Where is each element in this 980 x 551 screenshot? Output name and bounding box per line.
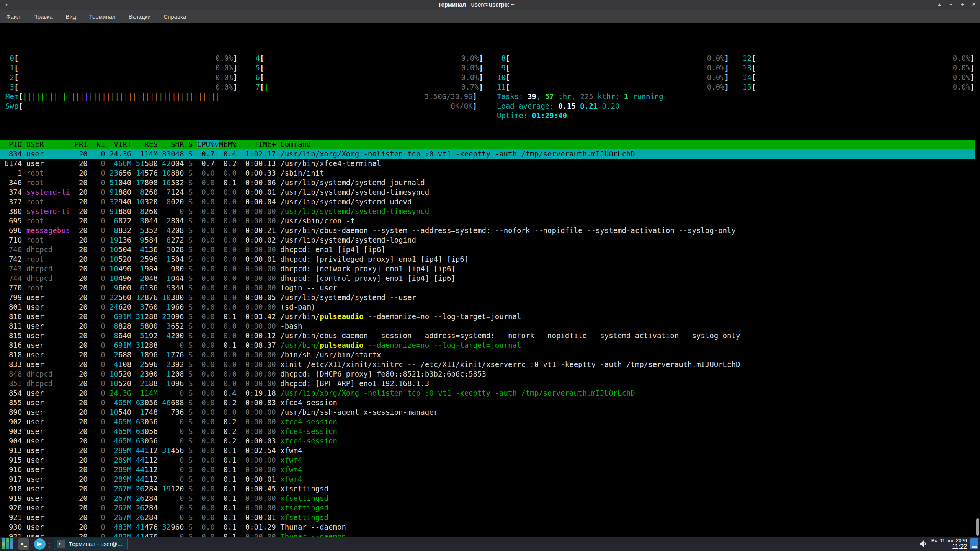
process-row-904[interactable]: 904 user 20 0 465M 63056 0 S 0.0 0.2 0:0…	[0, 436, 980, 446]
column-header-s[interactable]: S	[188, 140, 197, 148]
process-row-380[interactable]: 380 systemd-ti 20 0 91880 8260 0 S 0.0 0…	[0, 207, 980, 216]
process-row-1[interactable]: 1 root 20 0 23656 14576 10880 S 0.0 0.0 …	[0, 168, 980, 178]
process-row-917[interactable]: 917 user 20 0 289M 44112 0 S 0.0 0.1 0:0…	[0, 474, 980, 484]
terminal-launcher-icon[interactable]: >_	[18, 538, 29, 550]
applications-menu-icon[interactable]	[2, 538, 13, 550]
menu-item-4[interactable]: Терминал	[89, 13, 116, 20]
process-row-346[interactable]: 346 root 20 0 51040 17808 16532 S 0.0 0.…	[0, 178, 980, 187]
terminal-viewport[interactable]: 0[0.0%] 4[0.0%] 8[0.0%]12[0.0%] 1[0.0%] …	[0, 23, 980, 537]
menu-item-5[interactable]: Вкладки	[129, 13, 151, 20]
process-row-854[interactable]: 854 user 20 0 24.3G 114M 0 S 0.0 0.4 0:1…	[0, 388, 980, 398]
text-segment: 532	[171, 178, 184, 187]
telegram-icon[interactable]	[34, 538, 46, 550]
text-segment	[22, 379, 26, 388]
process-row-890[interactable]: 890 user 20 0 10540 1748 736 S 0.0 0.0 0…	[0, 408, 980, 417]
process-row-770[interactable]: 770 root 20 0 9600 6136 5344 S 0.0 0.0 0…	[0, 283, 980, 293]
process-row-834[interactable]: 834 user 20 0 24.3G 114M 83048 S 0.7 0.4…	[0, 149, 980, 159]
process-row-920[interactable]: 920 user 20 0 267M 26284 0 S 0.0 0.1 0:0…	[0, 503, 980, 513]
column-header-command[interactable]: Command	[280, 140, 311, 148]
process-row-918[interactable]: 918 user 20 0 267M 26284 19120 S 0.0 0.1…	[0, 484, 980, 494]
process-row-740[interactable]: 740 dhcpcd 20 0 10504 4136 3028 S 0.0 0.…	[0, 245, 980, 254]
pid-cell: 380	[0, 207, 22, 215]
mem-cell: 0.0	[215, 350, 237, 359]
pid-cell: 810	[0, 312, 22, 321]
user-cell: dhcpcd	[26, 370, 70, 378]
pri-cell: 20	[70, 159, 88, 168]
process-row-921[interactable]: 921 user 20 0 267M 26284 0 S 0.0 0.1 0:0…	[0, 513, 980, 522]
column-header-cpu-sorted[interactable]: CPU%▽	[197, 140, 219, 148]
state-cell: S	[184, 417, 193, 426]
process-row-815[interactable]: 815 user 20 0 8640 5192 4200 S 0.0 0.0 0…	[0, 331, 980, 341]
bracket: [	[751, 63, 756, 73]
process-row-695[interactable]: 695 root 20 0 6872 3044 2804 S 0.0 0.0 0…	[0, 216, 980, 226]
process-row-818[interactable]: 818 user 20 0 2688 1896 1776 S 0.0 0.0 0…	[0, 350, 980, 360]
cpu-bar	[510, 73, 707, 82]
process-row-833[interactable]: 833 user 20 0 4108 2596 2392 S 0.0 0.0 0…	[0, 360, 980, 369]
menu-item-3[interactable]: Вид	[66, 13, 76, 20]
command-cell: --daemonize=no --log-target=journal	[364, 341, 521, 349]
column-header-ni[interactable]: NI	[92, 140, 109, 148]
process-row-919[interactable]: 919 user 20 0 267M 26284 0 S 0.0 0.1 0:0…	[0, 494, 980, 503]
mem-cell: 0.1	[215, 456, 237, 464]
process-row-851[interactable]: 851 dhcpcd 20 0 10520 2188 1096 S 0.0 0.…	[0, 379, 980, 388]
command-cell: /usr/lib/systemd/systemd --user	[280, 293, 416, 302]
task-button-terminal[interactable]: >_ Терминал - user@...	[54, 538, 128, 550]
pid-cell: 743	[0, 264, 22, 273]
column-header-pid[interactable]: PID	[0, 140, 26, 148]
process-row-810[interactable]: 810 user 20 0 691M 31288 23096 S 0.0 0.1…	[0, 312, 980, 321]
process-row-855[interactable]: 855 user 20 0 465M 63056 46688 S 0.0 0.2…	[0, 398, 980, 408]
pri-cell: 20	[70, 408, 88, 416]
scrollbar-thumb[interactable]	[976, 518, 979, 536]
process-row-374[interactable]: 374 systemd-ti 20 0 91880 8260 7124 S 0.…	[0, 187, 980, 197]
process-row-696[interactable]: 696 messagebus 20 0 8832 5352 4208 S 0.0…	[0, 226, 980, 235]
text-segment	[22, 456, 26, 464]
process-row-913[interactable]: 913 user 20 0 289M 44112 31456 S 0.0 0.1…	[0, 446, 980, 455]
process-row-816[interactable]: 816 user 20 0 691M 31288 0 S 0.0 0.1 0:0…	[0, 341, 980, 350]
text-segment: 620	[118, 303, 131, 311]
pri-cell: 20	[70, 226, 88, 235]
column-header-pri[interactable]: PRI	[74, 140, 92, 148]
scrollbar[interactable]	[975, 23, 980, 537]
process-row-930[interactable]: 930 user 20 0 483M 41476 32960 S 0.0 0.1…	[0, 522, 980, 532]
tray-display-icon[interactable]	[970, 538, 978, 549]
volume-icon[interactable]	[918, 539, 928, 549]
process-row-902[interactable]: 902 user 20 0 465M 63056 0 S 0.0 0.2 0:0…	[0, 417, 980, 427]
process-row-801[interactable]: 801 user 20 0 24620 3760 1960 S 0.0 0.0 …	[0, 302, 980, 312]
process-row-377[interactable]: 377 root 20 0 32940 10320 8020 S 0.0 0.0…	[0, 197, 980, 207]
process-row-916[interactable]: 916 user 20 0 289M 44112 0 S 0.0 0.1 0:0…	[0, 465, 980, 474]
cpu-cell: 0.0	[193, 274, 214, 282]
column-header-shr[interactable]: SHR	[162, 140, 188, 148]
text-segment: 31	[158, 446, 171, 455]
bracket: ]	[970, 82, 975, 92]
column-header-mem[interactable]: MEM%	[219, 140, 241, 148]
process-row-6174[interactable]: 6174 user 20 0 466M 51580 42004 S 0.7 0.…	[0, 159, 980, 168]
process-row-744[interactable]: 744 dhcpcd 20 0 10496 2048 1044 S 0.0 0.…	[0, 274, 980, 283]
clock[interactable]: Вс, 11 янв 2026 11:22	[931, 538, 967, 550]
title-bar[interactable]: ▾ Терминал - user@userpc: ~ ▴ − + ✕	[0, 0, 980, 10]
process-row-848[interactable]: 848 dhcpcd 20 0 10520 2300 1208 S 0.0 0.…	[0, 369, 980, 379]
text-segment	[22, 398, 26, 407]
menu-item-2[interactable]: Правка	[33, 13, 53, 20]
minimize-button[interactable]: −	[948, 1, 954, 7]
process-row-903[interactable]: 903 user 20 0 465M 63056 0 S 0.0 0.2 0:0…	[0, 427, 980, 436]
process-row-743[interactable]: 743 dhcpcd 20 0 10496 1984 980 S 0.0 0.0…	[0, 264, 980, 274]
user-cell: user	[26, 331, 70, 340]
process-row-710[interactable]: 710 root 20 0 19136 9584 8272 S 0.0 0.0 …	[0, 235, 980, 245]
pri-cell: 20	[70, 150, 88, 158]
time-cell: 0:02.54	[237, 446, 276, 455]
process-row-915[interactable]: 915 user 20 0 289M 44112 0 S 0.0 0.1 0:0…	[0, 455, 980, 465]
process-row-811[interactable]: 811 user 20 0 8828 5800 3652 S 0.0 0.0 0…	[0, 321, 980, 331]
menu-item-6[interactable]: Справка	[163, 13, 186, 20]
bracket: ]	[233, 63, 237, 73]
shade-button[interactable]: ▴	[936, 1, 942, 7]
column-header-time[interactable]: TIME+	[241, 140, 280, 148]
column-header-user[interactable]: USER	[26, 140, 75, 148]
process-row-742[interactable]: 742 root 20 0 10520 2596 1504 S 0.0 0.0 …	[0, 254, 980, 264]
column-header-res[interactable]: RES	[136, 140, 162, 148]
maximize-button[interactable]: +	[959, 1, 965, 7]
close-button[interactable]: ✕	[971, 1, 977, 7]
process-row-799[interactable]: 799 user 20 0 22560 12876 10380 S 0.0 0.…	[0, 293, 980, 302]
column-header-virt[interactable]: VIRT	[109, 140, 136, 148]
text-segment	[276, 207, 280, 215]
menu-item-1[interactable]: Файл	[6, 13, 20, 20]
